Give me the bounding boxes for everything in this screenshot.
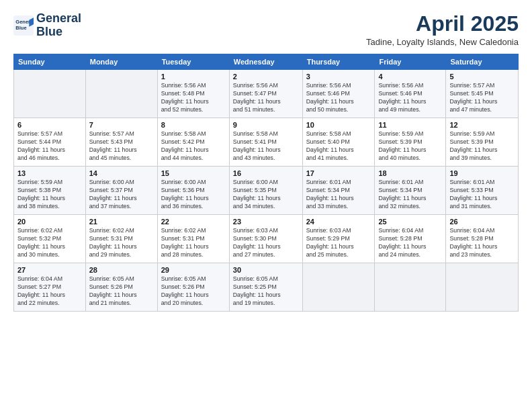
day-info: Sunrise: 5:56 AMSunset: 5:47 PMDaylight:…: [233, 82, 299, 114]
day-info: Sunrise: 5:56 AMSunset: 5:48 PMDaylight:…: [161, 82, 226, 114]
week-row-5: 27Sunrise: 6:04 AMSunset: 5:27 PMDayligh…: [14, 263, 519, 312]
calendar-cell: [375, 263, 446, 312]
calendar-cell: 24Sunrise: 6:03 AMSunset: 5:29 PMDayligh…: [302, 215, 375, 263]
day-info: Sunrise: 6:05 AMSunset: 5:26 PMDaylight:…: [89, 275, 154, 308]
day-number: 24: [306, 218, 371, 226]
logo-icon: General Blue: [13, 15, 34, 36]
day-number: 3: [306, 73, 371, 81]
day-info: Sunrise: 5:59 AMSunset: 5:39 PMDaylight:…: [378, 130, 442, 163]
calendar-cell: 7Sunrise: 5:57 AMSunset: 5:43 PMDaylight…: [85, 118, 157, 167]
calendar-table: Sunday Monday Tuesday Wednesday Thursday…: [13, 54, 519, 312]
day-number: 27: [17, 266, 82, 274]
header-wednesday: Wednesday: [229, 54, 302, 70]
day-number: 6: [17, 121, 82, 129]
svg-text:Blue: Blue: [15, 25, 26, 31]
calendar-cell: 9Sunrise: 5:58 AMSunset: 5:41 PMDaylight…: [229, 118, 302, 167]
calendar-cell: 19Sunrise: 6:01 AMSunset: 5:33 PMDayligh…: [446, 167, 519, 215]
logo-line1: General: [36, 11, 81, 25]
calendar-cell: 17Sunrise: 6:01 AMSunset: 5:34 PMDayligh…: [302, 167, 375, 215]
calendar-cell: 4Sunrise: 5:56 AMSunset: 5:46 PMDaylight…: [375, 70, 446, 118]
day-info: Sunrise: 5:58 AMSunset: 5:41 PMDaylight:…: [233, 130, 299, 163]
month-title: April 2025: [366, 12, 519, 36]
day-info: Sunrise: 6:01 AMSunset: 5:33 PMDaylight:…: [449, 179, 515, 211]
day-number: 29: [161, 266, 226, 274]
calendar-cell: 18Sunrise: 6:01 AMSunset: 5:34 PMDayligh…: [375, 167, 446, 215]
calendar-cell: 21Sunrise: 6:02 AMSunset: 5:31 PMDayligh…: [85, 215, 157, 263]
day-number: 26: [449, 218, 515, 226]
day-info: Sunrise: 6:04 AMSunset: 5:28 PMDaylight:…: [449, 227, 515, 259]
header-monday: Monday: [85, 54, 157, 70]
weekday-header-row: Sunday Monday Tuesday Wednesday Thursday…: [14, 54, 519, 70]
day-number: 19: [449, 169, 515, 177]
page: General Blue General Blue April 2025 Tad…: [0, 0, 532, 411]
day-number: 1: [161, 73, 226, 81]
day-number: 17: [306, 169, 371, 177]
logo-text: General Blue: [36, 12, 81, 39]
day-number: 16: [233, 169, 299, 177]
calendar-cell: 20Sunrise: 6:02 AMSunset: 5:32 PMDayligh…: [14, 215, 86, 263]
day-number: 13: [17, 169, 82, 177]
day-number: 18: [378, 169, 442, 177]
calendar-cell: 10Sunrise: 5:58 AMSunset: 5:40 PMDayligh…: [302, 118, 375, 167]
day-number: 28: [89, 266, 154, 274]
day-info: Sunrise: 6:00 AMSunset: 5:36 PMDaylight:…: [161, 179, 226, 211]
calendar-cell: [302, 263, 375, 312]
day-info: Sunrise: 5:59 AMSunset: 5:38 PMDaylight:…: [17, 179, 82, 211]
calendar-cell: 26Sunrise: 6:04 AMSunset: 5:28 PMDayligh…: [446, 215, 519, 263]
day-number: 20: [17, 218, 82, 226]
day-number: 14: [89, 169, 154, 177]
header-saturday: Saturday: [446, 54, 519, 70]
day-info: Sunrise: 5:56 AMSunset: 5:46 PMDaylight:…: [378, 82, 442, 114]
day-info: Sunrise: 6:02 AMSunset: 5:31 PMDaylight:…: [89, 227, 154, 259]
day-info: Sunrise: 6:01 AMSunset: 5:34 PMDaylight:…: [306, 179, 371, 211]
day-number: 8: [161, 121, 226, 129]
calendar-cell: 5Sunrise: 5:57 AMSunset: 5:45 PMDaylight…: [446, 70, 519, 118]
day-info: Sunrise: 6:02 AMSunset: 5:32 PMDaylight:…: [17, 227, 82, 259]
calendar-cell: 23Sunrise: 6:03 AMSunset: 5:30 PMDayligh…: [229, 215, 302, 263]
day-number: 23: [233, 218, 299, 226]
header-friday: Friday: [375, 54, 446, 70]
day-info: Sunrise: 6:03 AMSunset: 5:29 PMDaylight:…: [306, 227, 371, 259]
calendar-cell: 11Sunrise: 5:59 AMSunset: 5:39 PMDayligh…: [375, 118, 446, 167]
day-info: Sunrise: 6:04 AMSunset: 5:28 PMDaylight:…: [378, 227, 442, 259]
day-number: 25: [378, 218, 442, 226]
day-number: 7: [89, 121, 154, 129]
day-number: 2: [233, 73, 299, 81]
calendar-cell: 29Sunrise: 6:05 AMSunset: 5:26 PMDayligh…: [157, 263, 229, 312]
day-info: Sunrise: 6:00 AMSunset: 5:37 PMDaylight:…: [89, 179, 154, 211]
day-number: 12: [449, 121, 515, 129]
calendar-cell: 16Sunrise: 6:00 AMSunset: 5:35 PMDayligh…: [229, 167, 302, 215]
calendar-cell: 3Sunrise: 5:56 AMSunset: 5:46 PMDaylight…: [302, 70, 375, 118]
day-number: 11: [378, 121, 442, 129]
calendar-cell: 12Sunrise: 5:59 AMSunset: 5:39 PMDayligh…: [446, 118, 519, 167]
header-thursday: Thursday: [302, 54, 375, 70]
header: General Blue General Blue April 2025 Tad…: [13, 12, 519, 47]
header-tuesday: Tuesday: [157, 54, 229, 70]
day-info: Sunrise: 5:58 AMSunset: 5:40 PMDaylight:…: [306, 130, 371, 163]
calendar-cell: 14Sunrise: 6:00 AMSunset: 5:37 PMDayligh…: [85, 167, 157, 215]
day-info: Sunrise: 5:58 AMSunset: 5:42 PMDaylight:…: [161, 130, 226, 163]
day-info: Sunrise: 5:57 AMSunset: 5:45 PMDaylight:…: [449, 82, 515, 114]
calendar-cell: [14, 70, 86, 118]
location-subtitle: Tadine, Loyalty Islands, New Caledonia: [366, 37, 519, 47]
calendar-cell: 25Sunrise: 6:04 AMSunset: 5:28 PMDayligh…: [375, 215, 446, 263]
calendar-cell: 13Sunrise: 5:59 AMSunset: 5:38 PMDayligh…: [14, 167, 86, 215]
week-row-4: 20Sunrise: 6:02 AMSunset: 5:32 PMDayligh…: [14, 215, 519, 263]
logo-line2: Blue: [36, 25, 62, 38]
week-row-2: 6Sunrise: 5:57 AMSunset: 5:44 PMDaylight…: [14, 118, 519, 167]
day-number: 22: [161, 218, 226, 226]
day-info: Sunrise: 6:04 AMSunset: 5:27 PMDaylight:…: [17, 275, 82, 308]
week-row-3: 13Sunrise: 5:59 AMSunset: 5:38 PMDayligh…: [14, 167, 519, 215]
day-info: Sunrise: 5:57 AMSunset: 5:44 PMDaylight:…: [17, 130, 82, 163]
calendar-cell: [85, 70, 157, 118]
week-row-1: 1Sunrise: 5:56 AMSunset: 5:48 PMDaylight…: [14, 70, 519, 118]
day-number: 15: [161, 169, 226, 177]
calendar-cell: 15Sunrise: 6:00 AMSunset: 5:36 PMDayligh…: [157, 167, 229, 215]
day-info: Sunrise: 6:05 AMSunset: 5:26 PMDaylight:…: [161, 275, 226, 308]
day-info: Sunrise: 6:05 AMSunset: 5:25 PMDaylight:…: [233, 275, 299, 308]
calendar-cell: 8Sunrise: 5:58 AMSunset: 5:42 PMDaylight…: [157, 118, 229, 167]
logo: General Blue General Blue: [13, 12, 81, 39]
day-number: 21: [89, 218, 154, 226]
calendar-cell: 1Sunrise: 5:56 AMSunset: 5:48 PMDaylight…: [157, 70, 229, 118]
day-number: 5: [449, 73, 515, 81]
